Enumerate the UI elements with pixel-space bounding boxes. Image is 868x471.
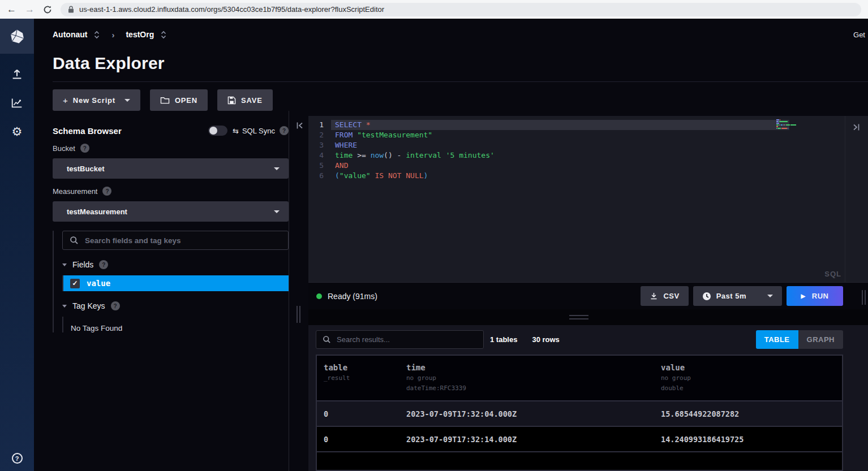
results-panel: 1 tables 30 rows TABLE GRAPH table_resul… bbox=[308, 325, 868, 471]
code-line[interactable]: 2FROM "testMeasurement" bbox=[308, 130, 868, 140]
status-text: Ready (91ms) bbox=[328, 292, 377, 301]
new-script-button[interactable]: + New Script bbox=[53, 89, 140, 111]
forward-icon[interactable]: → bbox=[25, 5, 35, 14]
new-script-label: New Script bbox=[73, 96, 115, 105]
breadcrumb-suborg[interactable]: testOrg bbox=[126, 30, 154, 39]
gear-icon: ⚙ bbox=[12, 126, 23, 137]
query-statusbar: Ready (91ms) CSV bbox=[308, 283, 868, 309]
suborg-switch-icon[interactable] bbox=[160, 31, 167, 39]
results-search[interactable] bbox=[316, 330, 484, 349]
chevron-down-icon bbox=[767, 295, 773, 297]
measurement-label: Measurement bbox=[53, 187, 97, 196]
open-button[interactable]: OPEN bbox=[150, 89, 208, 111]
tag-keys-help-icon[interactable]: ? bbox=[111, 301, 120, 310]
folder-icon bbox=[160, 96, 170, 105]
run-button[interactable]: ▶ RUN bbox=[787, 286, 843, 306]
breadcrumb-org[interactable]: Autonaut bbox=[53, 30, 87, 39]
lock-icon bbox=[68, 6, 74, 13]
table-row[interactable]: 02023-07-09T17:32:14.000Z14.240993186419… bbox=[317, 426, 842, 451]
bucket-dropdown[interactable]: testBucket bbox=[53, 158, 289, 179]
statusbar-resize-handle[interactable] bbox=[862, 290, 866, 305]
measurement-dropdown[interactable]: testMeasurement bbox=[53, 201, 289, 222]
schema-browser: Schema Browser ⇆ SQL Sync ? Bucket ? tes bbox=[53, 111, 289, 471]
help-icon[interactable]: ? bbox=[12, 453, 23, 464]
measurement-help-icon[interactable]: ? bbox=[102, 187, 111, 196]
collapse-editor-icon[interactable] bbox=[853, 123, 860, 132]
fields-search[interactable] bbox=[62, 231, 289, 250]
tag-keys-group-row[interactable]: Tag Keys ? bbox=[62, 301, 289, 310]
grid-body: 02023-07-09T17:32:04.000Z15.685449220872… bbox=[317, 400, 842, 451]
graph-view-button[interactable]: GRAPH bbox=[798, 330, 843, 349]
play-icon: ▶ bbox=[801, 293, 806, 299]
code-line[interactable]: 5AND bbox=[308, 161, 868, 171]
fields-help-icon[interactable]: ? bbox=[99, 260, 108, 269]
rows-count: 30 rows bbox=[532, 335, 559, 344]
nav-data-explorer[interactable] bbox=[10, 96, 24, 110]
horizontal-resize-handle[interactable] bbox=[569, 315, 588, 319]
clock-icon bbox=[702, 292, 711, 301]
nav-upload[interactable] bbox=[10, 67, 24, 82]
vertical-resize-handle[interactable] bbox=[297, 306, 300, 323]
bucket-value: testBucket bbox=[67, 165, 104, 173]
content: Schema Browser ⇆ SQL Sync ? Bucket ? tes bbox=[53, 111, 868, 471]
code-line[interactable]: 6("value" IS NOT NULL) bbox=[308, 171, 868, 181]
browser-toolbar: ← → us-east-1-1.aws.cloud2.influxdata.co… bbox=[0, 0, 868, 19]
field-item-label: value bbox=[87, 279, 110, 288]
results-toolbar: 1 tables 30 rows TABLE GRAPH bbox=[316, 330, 843, 349]
panel-divider bbox=[289, 111, 308, 471]
grid-column-header: timeno groupdateTime:RFC3339 bbox=[406, 363, 661, 392]
time-range-dropdown[interactable]: Past 5m bbox=[693, 286, 782, 306]
toggle-knob bbox=[209, 127, 217, 135]
save-button[interactable]: SAVE bbox=[217, 89, 273, 111]
results-grid: table_resulttimeno groupdateTime:RFC3339… bbox=[316, 355, 843, 471]
title-divider bbox=[53, 81, 868, 82]
reload-icon[interactable] bbox=[43, 5, 52, 14]
csv-label: CSV bbox=[663, 292, 679, 300]
tag-keys-label: Tag Keys bbox=[72, 301, 105, 310]
fields-search-input[interactable] bbox=[85, 236, 281, 245]
get-started-link[interactable]: Get bbox=[853, 31, 865, 39]
grid-header: table_resulttimeno groupdateTime:RFC3339… bbox=[317, 356, 842, 400]
code-line[interactable]: 4time >= now() - interval '5 minutes' bbox=[308, 150, 868, 161]
screen: ← → us-east-1-1.aws.cloud2.influxdata.co… bbox=[0, 0, 868, 471]
code-line[interactable]: 3WHERE bbox=[308, 140, 868, 150]
table-view-button[interactable]: TABLE bbox=[756, 330, 798, 349]
breadcrumb-separator-icon: › bbox=[111, 30, 114, 40]
fields-group-row[interactable]: Fields ? bbox=[62, 260, 289, 269]
collapse-schema-icon[interactable] bbox=[296, 121, 303, 130]
chevron-down-icon bbox=[274, 210, 280, 213]
collapse-caret-icon bbox=[62, 263, 67, 266]
view-toggle: TABLE GRAPH bbox=[756, 330, 843, 349]
nav-settings[interactable]: ⚙ bbox=[10, 124, 24, 139]
nav-home[interactable] bbox=[0, 19, 34, 54]
script-toolbar: + New Script OPEN SAVE bbox=[53, 89, 868, 111]
checkbox-checked-icon[interactable]: ✓ bbox=[70, 279, 80, 288]
table-row[interactable]: 02023-07-09T17:32:04.000Z15.685449220872… bbox=[317, 400, 842, 426]
editor-minimap[interactable] bbox=[776, 119, 791, 129]
sql-sync-help-icon[interactable]: ? bbox=[280, 126, 289, 135]
measurement-value: testMeasurement bbox=[67, 208, 127, 216]
download-icon bbox=[650, 292, 658, 300]
topbar: Autonaut › testOrg Get bbox=[53, 19, 868, 50]
open-label: OPEN bbox=[175, 96, 197, 105]
sql-editor[interactable]: 1SELECT *2FROM "testMeasurement"3WHERE4t… bbox=[308, 116, 868, 283]
url-bar[interactable]: us-east-1-1.aws.cloud2.influxdata.com/or… bbox=[61, 3, 861, 16]
fields-label: Fields bbox=[72, 260, 93, 269]
field-item-value[interactable]: ✓ value bbox=[63, 275, 289, 291]
line-chart-icon bbox=[10, 96, 24, 110]
grid-column-header: valueno groupdouble bbox=[661, 363, 842, 392]
editor-right-gutter bbox=[845, 116, 868, 282]
sql-sync-toggle[interactable] bbox=[208, 126, 227, 136]
influxdb-logo-icon bbox=[10, 29, 25, 44]
fields-subtree: ✓ value bbox=[62, 275, 289, 291]
org-switch-icon[interactable] bbox=[93, 31, 100, 39]
back-icon[interactable]: ← bbox=[7, 5, 16, 14]
status-ready-icon bbox=[316, 293, 322, 299]
sync-arrows-icon: ⇆ bbox=[233, 127, 239, 135]
collapse-caret-icon bbox=[62, 305, 67, 308]
url-text: us-east-1-1.aws.cloud2.influxdata.com/or… bbox=[79, 5, 384, 14]
bucket-help-icon[interactable]: ? bbox=[80, 144, 89, 153]
results-splitter bbox=[308, 309, 868, 325]
csv-download-button[interactable]: CSV bbox=[641, 286, 688, 306]
results-search-input[interactable] bbox=[337, 335, 477, 344]
